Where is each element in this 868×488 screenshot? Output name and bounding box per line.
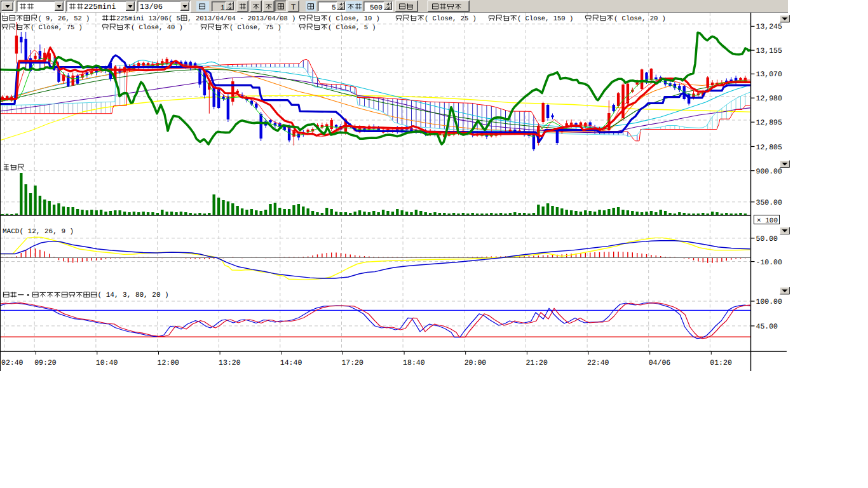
svg-text:× 100: × 100 <box>757 217 778 225</box>
svg-text:225mini 13/06( 5: 225mini 13/06( 5 <box>116 15 180 23</box>
svg-text:13,245: 13,245 <box>756 23 783 31</box>
svg-text:, 2013/04/04 - 2013/04/08 ): , 2013/04/04 - 2013/04/08 ) <box>187 15 295 23</box>
svg-text:( Close, 75 ): ( Close, 75 ) <box>31 24 83 32</box>
svg-text:( Close, 40 ): ( Close, 40 ) <box>131 24 183 32</box>
svg-text:1: 1 <box>220 4 225 12</box>
svg-text:12,980: 12,980 <box>756 95 783 103</box>
svg-text:( Close, 75 ): ( Close, 75 ) <box>229 24 281 32</box>
svg-text:( Close, 5 ): ( Close, 5 ) <box>328 24 376 32</box>
svg-text:12,805: 12,805 <box>756 144 783 152</box>
svg-text:100.00: 100.00 <box>756 298 783 306</box>
svg-text:12:00: 12:00 <box>158 359 180 367</box>
svg-text:MACD( 12, 26, 9 ): MACD( 12, 26, 9 ) <box>3 228 74 236</box>
svg-text:13,155: 13,155 <box>756 47 783 55</box>
svg-text:20:00: 20:00 <box>465 359 487 367</box>
svg-text:-10.00: -10.00 <box>756 259 783 267</box>
svg-text:21:20: 21:20 <box>526 359 548 367</box>
svg-text:( 9, 26, 52 ): ( 9, 26, 52 ) <box>38 15 90 23</box>
svg-text:01:20: 01:20 <box>710 359 732 367</box>
svg-text:( Close, 150 ): ( Close, 150 ) <box>517 15 573 23</box>
svg-text:225mini: 225mini <box>84 3 116 11</box>
svg-text:50.00: 50.00 <box>756 235 778 243</box>
svg-text:900.00: 900.00 <box>756 168 783 176</box>
svg-text:45.00: 45.00 <box>756 323 778 331</box>
svg-text:500: 500 <box>370 4 383 12</box>
svg-text:02:40: 02:40 <box>1 359 24 367</box>
svg-text:17:20: 17:20 <box>341 359 363 367</box>
svg-text:( Close, 10 ): ( Close, 10 ) <box>328 15 380 23</box>
svg-text:04/06: 04/06 <box>649 359 671 367</box>
svg-text:( Close, 25 ): ( Close, 25 ) <box>424 15 477 23</box>
svg-text:13,070: 13,070 <box>756 71 783 79</box>
svg-text:13/06: 13/06 <box>140 3 163 11</box>
svg-text:( 14, 3, 80, 20 ): ( 14, 3, 80, 20 ) <box>98 292 169 299</box>
svg-text:09:20: 09:20 <box>34 359 57 367</box>
svg-text:14:40: 14:40 <box>280 359 302 367</box>
svg-text:5: 5 <box>332 4 336 12</box>
svg-text:( Close, 20 ): ( Close, 20 ) <box>614 15 666 23</box>
svg-text:10:40: 10:40 <box>96 359 118 367</box>
svg-text:350.00: 350.00 <box>756 199 783 207</box>
svg-text:22:40: 22:40 <box>587 359 609 367</box>
svg-text:13:20: 13:20 <box>219 359 241 367</box>
svg-text:T: T <box>291 3 296 11</box>
svg-text:12,895: 12,895 <box>756 119 783 127</box>
svg-text:18:40: 18:40 <box>403 359 425 367</box>
